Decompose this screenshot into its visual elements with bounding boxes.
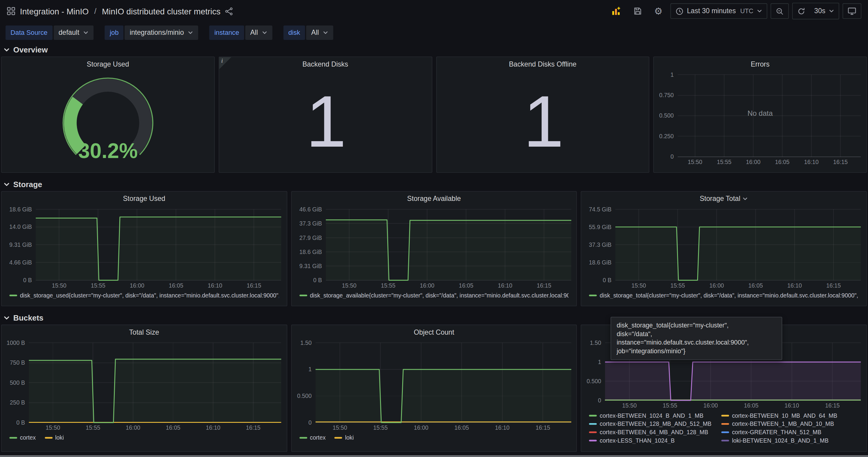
dashboard-title[interactable]: MinIO distributed cluster metrics	[102, 6, 221, 16]
storage-available-legend: disk_storage_available{cluster="my-clust…	[291, 290, 577, 302]
legend-item[interactable]: cortex-BETWEEN_64_MB_AND_128_MB	[589, 429, 712, 435]
legend-label: cortex-GREATER_THAN_512_MB	[732, 429, 821, 435]
panel-title[interactable]: Storage Available	[291, 192, 577, 206]
svg-text:16:15: 16:15	[536, 282, 551, 289]
legend-item[interactable]: disk_storage_total{cluster="my-cluster",…	[589, 292, 859, 298]
svg-text:30.2%: 30.2%	[78, 139, 138, 162]
panel-title[interactable]: Backend Disks	[219, 57, 432, 71]
legend-item[interactable]: loki	[45, 434, 64, 441]
refresh-interval-select[interactable]: 30s	[810, 4, 839, 18]
chevron-down-icon	[756, 8, 762, 14]
panel-title[interactable]: Object Count	[291, 325, 577, 339]
svg-text:18.6 GiB: 18.6 GiB	[9, 206, 32, 213]
legend-item[interactable]: cortex-GREATER_THAN_512_MB	[721, 429, 837, 435]
legend-label: disk_storage_available{cluster="my-clust…	[310, 292, 569, 298]
section-overview-title: Overview	[13, 45, 48, 54]
breadcrumb-folder[interactable]: Integration - MinIO	[20, 6, 88, 16]
apps-grid-icon[interactable]	[7, 7, 16, 16]
legend-label: disk_storage_total{cluster="my-cluster",…	[600, 292, 859, 298]
svg-text:15:55: 15:55	[91, 282, 105, 289]
total-size-chart[interactable]: 1000 B750 B500 B250 B0 B15:5015:5516:001…	[2, 339, 287, 432]
legend-item[interactable]: disk_storage_available{cluster="my-clust…	[300, 292, 569, 298]
svg-text:15:50: 15:50	[45, 424, 60, 431]
panel-title[interactable]: Total Size	[2, 325, 287, 339]
legend-item[interactable]: cortex-BETWEEN_10_MB_AND_64_MB	[721, 412, 837, 419]
legend-swatch	[721, 431, 729, 433]
svg-text:1000 B: 1000 B	[7, 339, 25, 346]
svg-text:16:00: 16:00	[709, 282, 724, 289]
section-storage[interactable]: Storage	[0, 177, 868, 191]
variable-instance-value[interactable]: All	[245, 26, 272, 40]
legend-item[interactable]: cortex	[300, 434, 326, 441]
errors-chart[interactable]: 10.7500.5000.250015:5015:5516:0016:0516:…	[654, 71, 867, 167]
panel-storage-available: Storage Available 46.6 GiB37.3 GiB27.9 G…	[291, 191, 577, 306]
legend-label: cortex-LESS_THAN_1024_B	[600, 437, 675, 444]
svg-text:15:50: 15:50	[52, 282, 66, 289]
panel-title[interactable]: Storage Used	[2, 57, 214, 71]
svg-text:16:00: 16:00	[414, 424, 428, 431]
variable-job-selected: integrations/minio	[130, 29, 184, 37]
panel-title[interactable]: Backend Disks Offline	[436, 57, 649, 71]
chevron-down-icon	[829, 8, 834, 14]
dashboard-settings-button[interactable]: ⚙	[650, 3, 667, 19]
object-size-distribution-legend: cortex-BETWEEN_1024_B_AND_1_MBcortex-BET…	[582, 410, 867, 447]
object-count-legend: cortexloki	[291, 432, 577, 444]
legend-item[interactable]: cortex-BETWEEN_1_MB_AND_10_MB	[721, 420, 837, 427]
legend-item[interactable]: loki-BETWEEN_1024_B_AND_1_MB	[721, 437, 837, 444]
svg-text:1.50: 1.50	[300, 339, 312, 346]
legend-item[interactable]: cortex-LESS_THAN_1024_B	[589, 437, 712, 444]
legend-item[interactable]: loki	[335, 434, 354, 441]
add-panel-button[interactable]	[607, 3, 625, 19]
legend-swatch	[589, 439, 597, 441]
refresh-button[interactable]	[793, 4, 810, 18]
svg-text:1: 1	[671, 71, 674, 78]
panel-title[interactable]: Storage Total	[582, 192, 867, 206]
storage-used-chart[interactable]: 18.6 GiB14.0 GiB9.31 GiB4.66 GiB0 B15:50…	[2, 206, 287, 290]
section-overview[interactable]: Overview	[0, 42, 868, 56]
legend-swatch	[300, 295, 307, 296]
variable-disk-value[interactable]: All	[306, 26, 333, 40]
variable-datasource-value[interactable]: default	[54, 26, 94, 40]
object-count-chart[interactable]: 1.5010.500015:5015:5516:0016:0516:1016:1…	[291, 339, 577, 432]
svg-text:55.9 GiB: 55.9 GiB	[589, 224, 612, 230]
storage-available-chart[interactable]: 46.6 GiB37.3 GiB27.9 GiB18.6 GiB9.31 GiB…	[291, 206, 577, 290]
storage-used-gauge[interactable]: 30.2%	[2, 71, 214, 170]
svg-text:0: 0	[308, 419, 311, 426]
legend-item[interactable]: cortex-BETWEEN_128_MB_AND_512_MB	[589, 420, 712, 427]
svg-text:16:05: 16:05	[454, 424, 469, 431]
panel-title[interactable]: Errors	[654, 57, 867, 71]
timezone-label: UTC	[740, 8, 753, 14]
svg-text:15:50: 15:50	[332, 424, 347, 431]
svg-text:4.66 GiB: 4.66 GiB	[9, 259, 32, 266]
svg-text:16:10: 16:10	[206, 424, 221, 431]
share-icon[interactable]	[225, 7, 233, 15]
svg-text:16:15: 16:15	[535, 424, 550, 431]
svg-text:16:10: 16:10	[804, 159, 819, 165]
svg-text:15:50: 15:50	[342, 282, 356, 289]
legend-item[interactable]: cortex-BETWEEN_1024_B_AND_1_MB	[589, 412, 712, 419]
legend-label: loki	[345, 434, 354, 441]
chevron-down-icon	[83, 30, 88, 35]
gauge-svg: 30.2%	[2, 71, 214, 170]
kiosk-mode-button[interactable]	[842, 3, 861, 19]
panel-menu-caret-icon[interactable]	[742, 196, 748, 202]
panel-title[interactable]: Storage Used	[2, 192, 287, 206]
zoom-out-time-button[interactable]	[771, 3, 789, 19]
chevron-down-icon	[262, 30, 267, 35]
variable-job-value[interactable]: integrations/minio	[125, 26, 198, 40]
svg-text:16:05: 16:05	[169, 282, 183, 289]
legend-item[interactable]: cortex	[9, 434, 36, 441]
svg-text:15:55: 15:55	[381, 282, 395, 289]
save-dashboard-button[interactable]	[629, 3, 647, 19]
time-range-picker[interactable]: Last 30 minutes UTC	[671, 3, 767, 19]
series-hover-tooltip: disk_storage_total{cluster="my-cluster",…	[611, 317, 782, 360]
horizontal-scrollbar[interactable]	[0, 455, 868, 457]
panel-storage-used-gauge: Storage Used 30.2%	[1, 56, 215, 173]
svg-text:15:50: 15:50	[688, 159, 703, 165]
legend-item[interactable]: disk_storage_used{cluster="my-cluster", …	[9, 292, 279, 298]
panel-info-corner-icon[interactable]: i	[219, 57, 231, 69]
legend-swatch	[721, 415, 729, 416]
chevron-down-icon	[188, 30, 193, 35]
storage-total-chart[interactable]: 74.5 GiB55.9 GiB37.3 GiB18.6 GiB0 B15:50…	[582, 206, 867, 290]
section-storage-title: Storage	[13, 180, 42, 189]
